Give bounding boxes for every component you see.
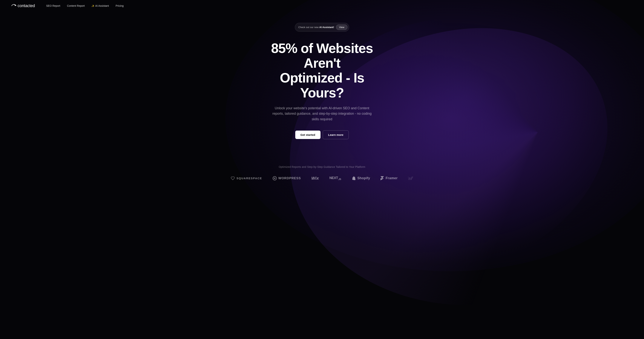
get-started-button[interactable]: Get started	[295, 131, 320, 139]
hero-section: Check out our new AI Assistant! View 85%…	[0, 12, 644, 154]
navbar: contacted SEO Report Content Report ✨AI …	[0, 0, 644, 12]
wordpress-name: WordPress	[278, 176, 301, 180]
platform-nextjs: NEXT.JS	[329, 176, 341, 181]
framer-name: Framer	[386, 176, 398, 180]
logo-text: contacted	[18, 3, 35, 8]
badge-text: Check out our new AI Assistant!	[298, 26, 334, 29]
platform-framer: Framer	[380, 176, 398, 180]
nav-links: SEO Report Content Report ✨AI Assistant …	[46, 4, 124, 8]
squarespace-icon	[231, 176, 235, 180]
badge-view-button[interactable]: View	[336, 25, 348, 30]
nav-pricing[interactable]: Pricing	[116, 4, 124, 7]
platform-wordpress: W WordPress	[273, 176, 301, 180]
platform-wix: Wix	[311, 176, 319, 181]
platforms-grid: Squarespace W WordPress Wix NEXT.JS Shop…	[8, 176, 636, 181]
platforms-label: Optimized Reports and Step-by-Step Guida…	[8, 165, 636, 168]
nextjs-name: NEXT.JS	[329, 176, 341, 181]
shopify-name: Shopify	[357, 176, 370, 180]
hero-subtext: Unlock your website's potential with AI-…	[270, 106, 374, 122]
wordpress-icon: W	[273, 176, 277, 180]
learn-more-button[interactable]: Learn more	[323, 130, 349, 139]
sparkle-icon: ✨	[92, 5, 94, 7]
nav-seo-report[interactable]: SEO Report	[46, 4, 60, 7]
platforms-section: Optimized Reports and Step-by-Step Guida…	[0, 154, 644, 188]
platform-webflow	[408, 177, 413, 180]
webflow-icon	[408, 177, 413, 180]
logo[interactable]: contacted	[11, 3, 35, 8]
hero-headline: 85% of Websites Aren't Optimized - Is Yo…	[256, 41, 388, 100]
announcement-badge[interactable]: Check out our new AI Assistant! View	[295, 23, 349, 32]
shopify-icon	[352, 176, 356, 181]
wix-name: Wix	[311, 176, 319, 181]
cta-buttons: Get started Learn more	[295, 130, 349, 139]
framer-icon	[380, 176, 384, 180]
squarespace-name: Squarespace	[236, 177, 262, 180]
platform-squarespace: Squarespace	[231, 176, 262, 180]
nav-ai-assistant[interactable]: ✨AI Assistant	[92, 4, 109, 7]
nav-content-report[interactable]: Content Report	[67, 4, 85, 7]
logo-icon	[11, 4, 16, 8]
platform-shopify: Shopify	[352, 176, 370, 181]
